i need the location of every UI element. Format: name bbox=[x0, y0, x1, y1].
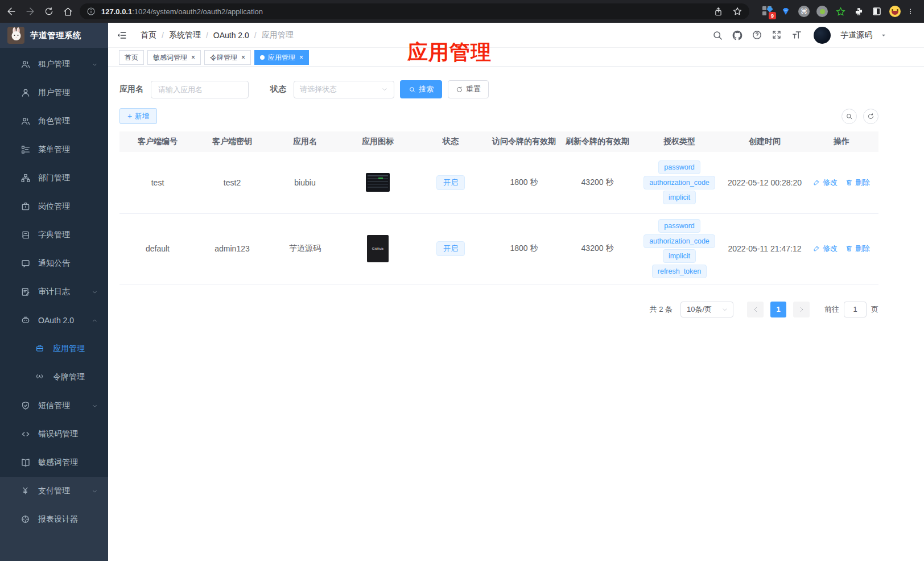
extension-star-icon[interactable] bbox=[834, 5, 847, 18]
delete-button[interactable]: 删除 bbox=[845, 178, 870, 188]
cell-grant-types: passwordauthorization_codeimplicit bbox=[634, 152, 725, 213]
toggle-search-button[interactable] bbox=[842, 109, 857, 124]
goto-page-input[interactable] bbox=[844, 302, 867, 317]
sms-icon bbox=[20, 401, 31, 411]
notice-icon bbox=[20, 258, 31, 269]
sidebar-item-部门管理[interactable]: 部门管理 bbox=[0, 164, 108, 192]
user-caret-down-icon[interactable] bbox=[881, 32, 886, 38]
chevron-down-icon bbox=[381, 86, 388, 93]
active-dot bbox=[260, 55, 265, 60]
header-search-icon[interactable] bbox=[712, 30, 723, 41]
edit-button[interactable]: 修改 bbox=[813, 244, 838, 254]
prev-page-button[interactable] bbox=[747, 302, 764, 317]
sidebar-item-label: 用户管理 bbox=[38, 88, 70, 98]
sidebar-item-label: 敏感词管理 bbox=[38, 457, 78, 468]
extension-record-icon[interactable] bbox=[816, 5, 828, 18]
close-icon[interactable]: × bbox=[299, 54, 303, 61]
column-header-刷新令牌的有效期: 刷新令牌的有效期 bbox=[561, 131, 634, 152]
forward-icon[interactable] bbox=[24, 6, 36, 17]
breadcrumb-item-OAuth 2.0[interactable]: OAuth 2.0 bbox=[213, 31, 249, 40]
search-button[interactable]: 搜索 bbox=[400, 80, 442, 98]
status-badge: 开启 bbox=[436, 175, 465, 190]
home-icon[interactable] bbox=[62, 6, 73, 17]
sidebar-item-菜单管理[interactable]: 菜单管理 bbox=[0, 135, 108, 164]
logo-rabbit-image bbox=[7, 27, 24, 44]
profile-emoji-icon[interactable] bbox=[889, 5, 901, 18]
reset-button[interactable]: 重置 bbox=[448, 80, 489, 98]
back-icon[interactable] bbox=[6, 6, 17, 17]
sidebar-item-label: 错误码管理 bbox=[38, 429, 78, 439]
close-icon[interactable]: × bbox=[191, 54, 195, 61]
page-size-select[interactable]: 10条/页 bbox=[680, 302, 733, 317]
sidebar-item-label: 租户管理 bbox=[38, 59, 70, 69]
sidebar-item-OAuth 2.0[interactable]: OAuth 2.0 bbox=[0, 306, 108, 335]
sidebar-item-令牌管理[interactable]: 令牌管理 bbox=[0, 363, 108, 391]
cell-created-at: 2022-05-12 00:28:20 bbox=[725, 152, 805, 213]
cell-secret: admin123 bbox=[196, 213, 269, 284]
sidebar-item-报表设计器[interactable]: 报表设计器 bbox=[0, 505, 108, 534]
grant-type-tag: authorization_code bbox=[644, 234, 715, 248]
sensitive-icon bbox=[20, 457, 31, 468]
chevron-down-icon bbox=[92, 403, 98, 409]
extensions-puzzle-icon[interactable] bbox=[852, 5, 865, 18]
bookmark-star-icon[interactable] bbox=[732, 6, 742, 16]
refresh-table-button[interactable] bbox=[863, 109, 878, 124]
refresh-icon bbox=[456, 86, 463, 93]
role-icon bbox=[20, 116, 31, 126]
breadcrumb-item-首页[interactable]: 首页 bbox=[141, 30, 156, 40]
url-text: 127.0.0.1:1024/system/oauth2/oauth2/appl… bbox=[101, 7, 263, 16]
fullscreen-icon[interactable] bbox=[772, 30, 783, 41]
edit-button[interactable]: 修改 bbox=[813, 178, 838, 188]
delete-button[interactable]: 删除 bbox=[845, 244, 870, 254]
search-icon bbox=[409, 86, 416, 93]
cell-app-name: 芋道源码 bbox=[269, 213, 341, 284]
tab-敏感词管理[interactable]: 敏感词管理× bbox=[147, 50, 201, 65]
extension-gem-icon[interactable] bbox=[779, 5, 792, 18]
chevron-down-icon bbox=[721, 306, 728, 313]
next-page-button[interactable] bbox=[793, 302, 810, 317]
tab-令牌管理[interactable]: 令牌管理× bbox=[204, 50, 251, 65]
status-select[interactable]: 请选择状态 bbox=[294, 81, 394, 98]
user-avatar[interactable] bbox=[814, 27, 831, 44]
sidebar-item-用户管理[interactable]: 用户管理 bbox=[0, 79, 108, 107]
share-icon[interactable] bbox=[713, 7, 723, 16]
font-size-icon[interactable] bbox=[791, 30, 803, 41]
extension-blocks-icon[interactable]: 9 bbox=[761, 5, 774, 18]
sidebar-item-敏感词管理[interactable]: 敏感词管理 bbox=[0, 448, 108, 477]
sidebar-item-错误码管理[interactable]: 错误码管理 bbox=[0, 420, 108, 448]
menu-tree-icon bbox=[20, 145, 31, 155]
goto-label: 前往 bbox=[824, 304, 839, 315]
address-bar[interactable]: 127.0.0.1:1024/system/oauth2/oauth2/appl… bbox=[80, 3, 749, 19]
help-icon[interactable] bbox=[752, 30, 763, 41]
tab-应用管理[interactable]: 应用管理× bbox=[254, 50, 309, 65]
sidebar-item-label: 菜单管理 bbox=[38, 145, 70, 155]
grant-type-tag: authorization_code bbox=[644, 176, 715, 189]
cell-actions: 修改删除 bbox=[805, 152, 878, 213]
sidebar-item-支付管理[interactable]: 支付管理 bbox=[0, 477, 108, 505]
extension-command-icon[interactable]: ⌘ bbox=[798, 5, 810, 18]
reload-icon[interactable] bbox=[43, 6, 55, 17]
browser-toolbar: 127.0.0.1:1024/system/oauth2/oauth2/appl… bbox=[0, 0, 924, 23]
column-header-客户端编号: 客户端编号 bbox=[119, 131, 196, 152]
breadcrumb-item-系统管理[interactable]: 系统管理 bbox=[169, 30, 201, 40]
tab-首页[interactable]: 首页 bbox=[119, 50, 144, 65]
sidebar-item-审计日志[interactable]: 审计日志 bbox=[0, 278, 108, 306]
sidebar-item-短信管理[interactable]: 短信管理 bbox=[0, 391, 108, 420]
site-info-icon[interactable] bbox=[86, 7, 96, 16]
sidebar-item-岗位管理[interactable]: 岗位管理 bbox=[0, 192, 108, 221]
browser-menu-icon[interactable] bbox=[907, 5, 914, 18]
sidebar-item-通知公告[interactable]: 通知公告 bbox=[0, 249, 108, 278]
sidebar-item-角色管理[interactable]: 角色管理 bbox=[0, 107, 108, 135]
github-icon[interactable] bbox=[732, 30, 743, 41]
close-icon[interactable]: × bbox=[241, 54, 245, 61]
sidebar-item-字典管理[interactable]: 字典管理 bbox=[0, 221, 108, 249]
tab-split-icon[interactable] bbox=[871, 5, 883, 18]
sidebar-fold-icon[interactable] bbox=[116, 30, 127, 41]
sidebar-item-应用管理[interactable]: 应用管理 bbox=[0, 335, 108, 363]
add-button[interactable]: + 新增 bbox=[119, 108, 157, 124]
app-name-input[interactable] bbox=[151, 81, 249, 98]
page-number-button[interactable]: 1 bbox=[770, 302, 786, 317]
app-logo[interactable]: 芋道管理系统 bbox=[0, 23, 108, 48]
tenant-icon bbox=[20, 59, 31, 69]
sidebar-item-租户管理[interactable]: 租户管理 bbox=[0, 50, 108, 79]
